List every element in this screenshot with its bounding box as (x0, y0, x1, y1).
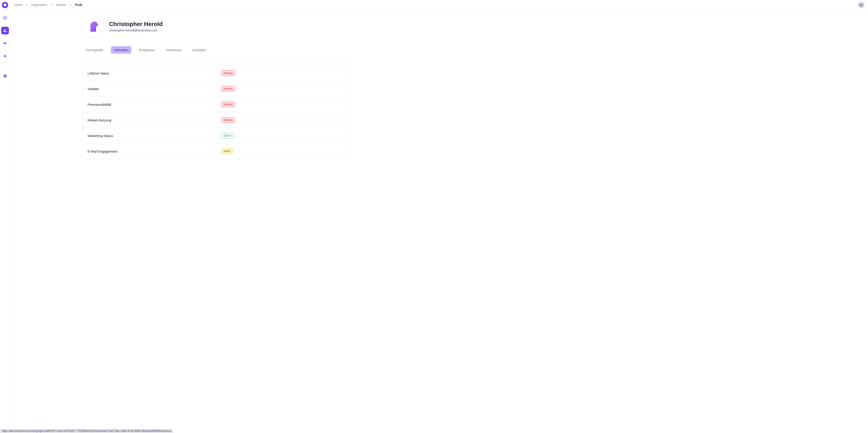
tab-ereignisse[interactable]: Ereignisse (136, 46, 158, 54)
breadcrumb-kunden[interactable]: Kunden (56, 3, 66, 6)
status-bar-url: https://dev.birdsview.com/de/project/3df… (0, 429, 173, 433)
metric-row-rabatt-nutzung: Rabatt-Nutzung Niedrig (83, 112, 349, 128)
gear-icon (3, 74, 7, 78)
metric-label: E-Mail Engagement (88, 149, 221, 153)
breadcrumb-home[interactable]: Home (14, 3, 22, 6)
profile-email: christopher.herold@birdsview.com (109, 29, 163, 32)
tab-verhalten[interactable]: Verhalten (111, 46, 131, 54)
svg-point-2 (5, 30, 6, 31)
sidebar-item-settings[interactable] (1, 72, 9, 80)
sidebar-item-customers[interactable] (1, 27, 9, 34)
chevron-right-icon (69, 4, 72, 6)
metric-label: Lifetime Value (88, 71, 221, 75)
breadcrumbs: Home Organisation Kunden Profil (10, 3, 82, 6)
tab-demografie[interactable]: Demografie (82, 46, 106, 54)
metric-label: Rabatt-Nutzung (88, 118, 221, 122)
metric-label: Marketing-Status (88, 134, 221, 138)
metric-badge: Niedrig (221, 70, 235, 76)
metric-row-lifetime-value: Lifetime Value Niedrig (83, 65, 349, 81)
send-icon (3, 54, 7, 58)
tabs: Demografie Verhalten Ereignisse Interess… (82, 46, 349, 57)
metric-row-preissensibilitaet: Preissensibilität Niedrig (83, 97, 349, 112)
users-icon (3, 29, 7, 33)
metric-badge: Niedrig (221, 86, 235, 91)
chart-icon (3, 16, 7, 20)
chevron-right-icon (25, 4, 28, 6)
sidebar-item-send[interactable] (1, 52, 9, 60)
app-logo[interactable] (0, 0, 10, 10)
chevron-right-icon (50, 4, 53, 6)
metric-label: Preissensibilität (88, 103, 221, 107)
svg-point-1 (4, 29, 5, 30)
topbar: Home Organisation Kunden Profil OT (0, 0, 868, 10)
profile-header: Christopher Herold christopher.herold@bi… (82, 16, 349, 37)
metric-row-marketing-status: Marketing-Status Opt-In (83, 128, 349, 144)
megaphone-icon (3, 41, 7, 45)
tab-autopilot[interactable]: Autopilot (189, 46, 209, 54)
breadcrumb-organisation[interactable]: Organisation (31, 3, 47, 6)
profile-info: Christopher Herold christopher.herold@bi… (109, 21, 163, 32)
profile-name: Christopher Herold (109, 21, 163, 28)
bird-icon (3, 3, 7, 7)
metric-badge: Opt-In (221, 133, 234, 138)
sidebar-item-campaigns[interactable] (1, 39, 9, 47)
metric-row-email-engagement: E-Mail Engagement Mittel (83, 144, 349, 159)
topbar-left: Home Organisation Kunden Profil (0, 0, 82, 10)
breadcrumb-profil[interactable]: Profil (75, 3, 82, 6)
metric-row-vitalitaet: Vitalität Niedrig (83, 81, 349, 97)
sidebar (0, 10, 10, 433)
metrics-card: Lifetime Value Niedrig Vitalität Niedrig… (82, 65, 349, 159)
profile-avatar (82, 16, 104, 37)
metric-label: Vitalität (88, 87, 221, 91)
sidebar-item-dashboard[interactable] (1, 14, 9, 22)
tab-interessen[interactable]: Interessen (163, 46, 185, 54)
metric-badge: Niedrig (221, 117, 235, 123)
metric-badge: Niedrig (221, 102, 235, 107)
avatar-face-icon (86, 19, 100, 33)
metric-badge: Mittel (221, 149, 233, 154)
user-avatar[interactable]: OT (858, 2, 864, 8)
main-content: Christopher Herold christopher.herold@bi… (10, 10, 868, 433)
